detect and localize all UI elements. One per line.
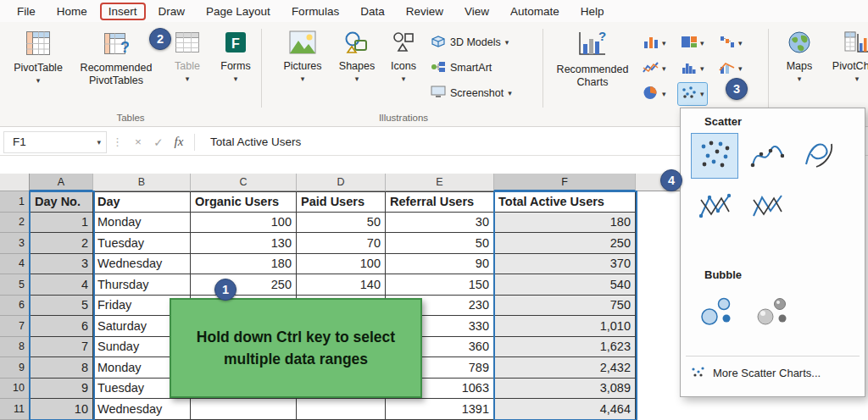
column-header-A[interactable]: A — [30, 174, 93, 191]
column-header-F[interactable]: F — [494, 174, 636, 191]
cell-D5[interactable]: 140 — [297, 274, 386, 296]
cell-E4[interactable]: 90 — [386, 254, 494, 275]
tab-formulas[interactable]: Formulas — [283, 3, 348, 20]
cell-E2[interactable]: 30 — [386, 213, 494, 234]
row-header-9[interactable]: 9 — [0, 357, 30, 379]
cell-A3[interactable]: 2 — [30, 233, 93, 254]
three-d-models-button[interactable]: 3D Models ▾ — [431, 32, 509, 52]
cell-E5[interactable]: 150 — [386, 274, 494, 296]
cell-F8[interactable]: 1,623 — [494, 337, 636, 358]
chevron-down-icon[interactable]: ▾ — [92, 138, 106, 146]
name-box[interactable]: F1 ▾ — [3, 131, 107, 153]
tab-automate[interactable]: Automate — [502, 3, 568, 20]
row-header-6[interactable]: 6 — [0, 296, 30, 317]
cell-B4[interactable]: Wednesday — [93, 254, 191, 275]
insert-column-chart-button[interactable]: ▾ — [640, 32, 669, 54]
tab-file[interactable]: File — [8, 3, 44, 20]
cell-D4[interactable]: 100 — [297, 254, 386, 275]
row-header-8[interactable]: 8 — [0, 337, 30, 358]
cell-B1[interactable]: Day — [93, 191, 191, 213]
row-header-1[interactable]: 1 — [0, 191, 30, 213]
insert-scatter-chart-button[interactable]: ▾ — [678, 83, 707, 105]
bubble-option-bubble[interactable] — [691, 286, 742, 339]
tab-draw[interactable]: Draw — [150, 3, 194, 20]
column-header-D[interactable]: D — [297, 174, 386, 191]
cell-A7[interactable]: 6 — [30, 316, 93, 337]
cell-A8[interactable]: 7 — [30, 337, 93, 358]
insert-statistic-chart-button[interactable]: ▾ — [678, 58, 707, 80]
more-scatter-charts-item[interactable]: More Scatter Charts... — [681, 362, 865, 384]
recommended-charts-button[interactable]: ? Recommended Charts — [555, 30, 630, 88]
cell-A9[interactable]: 8 — [30, 357, 93, 379]
tab-data[interactable]: Data — [352, 3, 393, 20]
row-header-10[interactable]: 10 — [0, 379, 30, 400]
pivotchart-button[interactable]: PivotChart ▾ — [827, 30, 868, 83]
maps-button[interactable]: Maps ▾ — [778, 30, 821, 83]
scatter-option-smooth-lines[interactable] — [796, 133, 843, 179]
cell-B5[interactable]: Thursday — [93, 274, 191, 296]
insert-function-button[interactable]: fx — [169, 135, 189, 149]
cell-F5[interactable]: 540 — [494, 274, 636, 296]
cell-A6[interactable]: 5 — [30, 296, 93, 317]
cell-A4[interactable]: 3 — [30, 254, 93, 275]
cell-A2[interactable]: 1 — [30, 213, 93, 234]
cell-F9[interactable]: 2,432 — [494, 357, 636, 379]
tab-home[interactable]: Home — [48, 3, 96, 20]
forms-button[interactable]: F Forms ▾ — [214, 30, 258, 83]
cell-B2[interactable]: Monday — [93, 213, 191, 234]
scatter-option-straight-lines-markers[interactable] — [691, 184, 738, 229]
cell-A5[interactable]: 4 — [30, 274, 93, 296]
cell-C4[interactable]: 180 — [191, 254, 297, 275]
column-header-E[interactable]: E — [386, 174, 494, 191]
screenshot-button[interactable]: Screenshot ▾ — [431, 83, 512, 103]
scatter-option-smooth-lines-markers[interactable] — [743, 133, 791, 179]
cell-B11[interactable]: Wednesday — [93, 399, 191, 420]
cell-B3[interactable]: Tuesday — [93, 233, 191, 254]
row-header-7[interactable]: 7 — [0, 316, 30, 337]
tab-review[interactable]: Review — [398, 3, 452, 20]
select-all-corner[interactable] — [0, 174, 30, 191]
tab-help[interactable]: Help — [572, 3, 613, 20]
scatter-option-straight-lines[interactable] — [743, 184, 791, 229]
cell-C1[interactable]: Organic Users — [191, 191, 297, 213]
recommended-pivottables-button[interactable]: ? Recommended PivotTables — [73, 30, 159, 86]
cell-F2[interactable]: 180 — [494, 213, 636, 234]
cell-C3[interactable]: 130 — [191, 233, 297, 254]
row-header-3[interactable]: 3 — [0, 233, 30, 254]
tab-insert[interactable]: Insert — [100, 3, 146, 20]
cell-A1[interactable]: Day No. — [30, 191, 93, 213]
column-header-B[interactable]: B — [93, 174, 191, 191]
cell-F7[interactable]: 1,010 — [494, 316, 636, 337]
cell-E1[interactable]: Referral Users — [386, 191, 494, 213]
cell-F11[interactable]: 4,464 — [494, 399, 636, 420]
cell-F6[interactable]: 750 — [494, 296, 636, 317]
insert-pie-chart-button[interactable]: ▾ — [640, 83, 669, 105]
tab-view[interactable]: View — [456, 3, 498, 20]
row-header-4[interactable]: 4 — [0, 254, 30, 275]
cancel-button[interactable]: × — [128, 135, 148, 148]
cell-F3[interactable]: 250 — [494, 233, 636, 254]
shapes-button[interactable]: Shapes ▾ — [334, 30, 380, 83]
insert-hierarchy-chart-button[interactable]: ▾ — [678, 32, 707, 54]
bubble-option-3d-bubble[interactable] — [747, 286, 798, 339]
cell-C11[interactable] — [191, 399, 297, 420]
pivottable-button[interactable]: PivotTable ▾ — [10, 30, 66, 85]
cell-C5[interactable]: 250 — [191, 274, 297, 296]
cell-D3[interactable]: 70 — [297, 233, 386, 254]
cell-A11[interactable]: 10 — [30, 399, 93, 420]
cell-E3[interactable]: 50 — [386, 233, 494, 254]
cell-D11[interactable] — [297, 399, 386, 420]
cell-A10[interactable]: 9 — [30, 379, 93, 400]
insert-combo-chart-button[interactable]: ▾ — [716, 58, 745, 80]
column-header-C[interactable]: C — [191, 174, 297, 191]
cell-D2[interactable]: 50 — [297, 213, 386, 234]
cell-C2[interactable]: 100 — [191, 213, 297, 234]
table-button[interactable]: Table ▾ — [166, 30, 209, 83]
row-header-5[interactable]: 5 — [0, 274, 30, 296]
enter-button[interactable]: ✓ — [148, 135, 169, 149]
icons-button[interactable]: Icons ▾ — [385, 30, 422, 83]
smartart-button[interactable]: SmartArt — [431, 58, 492, 78]
cell-D1[interactable]: Paid Users — [297, 191, 386, 213]
scatter-option-scatter[interactable] — [691, 133, 738, 179]
cell-E11[interactable]: 1391 — [386, 399, 494, 420]
